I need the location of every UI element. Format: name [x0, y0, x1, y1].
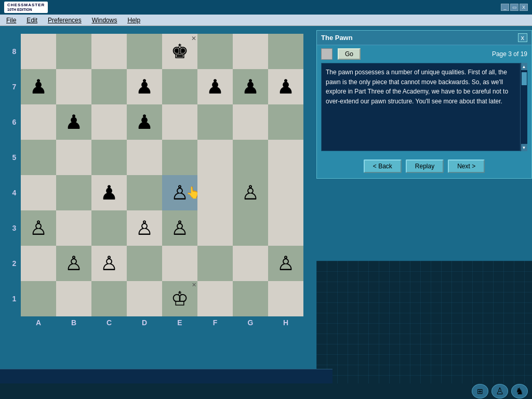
square-a1[interactable] — [21, 281, 56, 316]
minimize-button[interactable]: _ — [501, 4, 509, 11]
square-h6[interactable] — [268, 104, 303, 140]
square-b6[interactable]: ♟ — [56, 104, 91, 140]
board-view-icon[interactable]: ⊞ — [472, 384, 488, 398]
square-b5[interactable] — [56, 140, 91, 175]
square-g4[interactable]: ♙ — [233, 175, 268, 210]
square-b1[interactable] — [56, 281, 91, 316]
tutorial-close-button[interactable]: x — [518, 33, 528, 42]
square-e4[interactable]: ♙ 👆 — [162, 175, 197, 210]
rank-label-4: 4 — [8, 189, 21, 197]
square-b4[interactable] — [56, 175, 91, 210]
square-d6[interactable]: ♟ — [127, 104, 162, 140]
file-label-e: E — [162, 316, 197, 327]
board-row-8: 8 ✕ ♚ — [8, 34, 303, 69]
square-e7[interactable] — [162, 69, 197, 104]
menu-help[interactable]: Help — [123, 16, 144, 25]
square-d8[interactable] — [127, 34, 162, 69]
square-h7[interactable]: ♟ — [268, 69, 303, 104]
square-d3[interactable]: ♙ — [127, 210, 162, 246]
square-g5[interactable] — [233, 140, 268, 175]
menu-windows[interactable]: Windows — [88, 16, 122, 25]
square-a7[interactable]: ♟ — [21, 69, 56, 104]
square-c8[interactable] — [91, 34, 127, 69]
square-c3[interactable] — [91, 210, 127, 246]
grid-svg — [316, 261, 532, 396]
tutorial-title: The Pawn — [321, 34, 353, 42]
square-d4[interactable] — [127, 175, 162, 210]
square-h4[interactable] — [268, 175, 303, 210]
go-button[interactable]: Go — [338, 48, 361, 60]
square-d2[interactable] — [127, 246, 162, 281]
square-c5[interactable] — [91, 140, 127, 175]
square-b7[interactable] — [56, 69, 91, 104]
square-b2[interactable]: ♙ — [56, 246, 91, 281]
page-info: Page 3 of 19 — [492, 50, 527, 58]
square-f6[interactable] — [197, 104, 233, 140]
square-h3[interactable] — [268, 210, 303, 246]
square-f7[interactable]: ♟ — [197, 69, 233, 104]
square-a3[interactable]: ♙ — [21, 210, 56, 246]
square-f1[interactable] — [197, 281, 233, 316]
square-a6[interactable] — [21, 104, 56, 140]
scrollbar-up-arrow[interactable]: ▲ — [521, 63, 527, 70]
tutorial-text-area: The pawn possesses a number of unique qu… — [321, 63, 527, 151]
menu-file[interactable]: File — [2, 16, 20, 25]
square-d5[interactable] — [127, 140, 162, 175]
square-f8[interactable] — [197, 34, 233, 69]
white-pawn-g4: ♙ — [242, 183, 259, 203]
square-e3[interactable]: ♙ — [162, 210, 197, 246]
menu-edit[interactable]: Edit — [22, 16, 42, 25]
square-g3[interactable] — [233, 210, 268, 246]
square-f4[interactable] — [197, 175, 233, 210]
square-g7[interactable]: ♟ — [233, 69, 268, 104]
square-e6[interactable] — [162, 104, 197, 140]
back-button[interactable]: < Back — [364, 159, 402, 173]
menu-preferences[interactable]: Preferences — [44, 16, 86, 25]
scrollbar-down-arrow[interactable]: ▼ — [521, 144, 527, 151]
square-a8[interactable] — [21, 34, 56, 69]
next-button[interactable]: Next > — [448, 159, 485, 173]
square-e8[interactable]: ✕ ♚ — [162, 34, 197, 69]
pawn-icon[interactable]: ♙ — [491, 384, 508, 398]
square-a5[interactable] — [21, 140, 56, 175]
square-g6[interactable] — [233, 104, 268, 140]
square-f5[interactable] — [197, 140, 233, 175]
square-h5[interactable] — [268, 140, 303, 175]
rank-label-1: 1 — [8, 295, 21, 303]
square-b3[interactable] — [56, 210, 91, 246]
square-c4[interactable]: ♟ — [91, 175, 127, 210]
square-f3[interactable] — [197, 210, 233, 246]
square-d7[interactable]: ♟ — [127, 69, 162, 104]
square-g8[interactable] — [233, 34, 268, 69]
square-e1[interactable]: ✕ ♔ — [162, 281, 197, 316]
square-c6[interactable] — [91, 104, 127, 140]
square-c7[interactable] — [91, 69, 127, 104]
square-g1[interactable] — [233, 281, 268, 316]
square-d1[interactable] — [127, 281, 162, 316]
square-e5[interactable] — [162, 140, 197, 175]
square-c2[interactable]: ♙ — [91, 246, 127, 281]
square-a4[interactable] — [21, 175, 56, 210]
white-pawn-a3: ♙ — [30, 218, 47, 238]
knight-icon[interactable]: ♞ — [511, 384, 528, 398]
square-a2[interactable] — [21, 246, 56, 281]
square-h1[interactable] — [268, 281, 303, 316]
square-f2[interactable] — [197, 246, 233, 281]
black-pawn-g7: ♟ — [242, 77, 259, 97]
replay-button[interactable]: Replay — [406, 159, 444, 173]
square-c1[interactable] — [91, 281, 127, 316]
scrollbar-thumb[interactable] — [522, 72, 527, 85]
scrollbar[interactable]: ▲ ▼ — [520, 63, 527, 151]
main-area: 8 ✕ ♚ — [0, 26, 532, 399]
square-h2[interactable]: ♙ — [268, 246, 303, 281]
restore-button[interactable]: ▭ — [510, 4, 518, 11]
tutorial-text: The pawn possesses a number of unique qu… — [321, 63, 527, 151]
square-e2[interactable] — [162, 246, 197, 281]
square-h8[interactable] — [268, 34, 303, 69]
close-button[interactable]: X — [520, 4, 528, 11]
tutorial-navigation: < Back Replay Next > — [317, 155, 531, 178]
square-b8[interactable] — [56, 34, 91, 69]
logo-text: CHESSMASTER 10TH EDITION — [4, 2, 48, 13]
square-g2[interactable] — [233, 246, 268, 281]
black-pawn-a7: ♟ — [30, 77, 47, 97]
